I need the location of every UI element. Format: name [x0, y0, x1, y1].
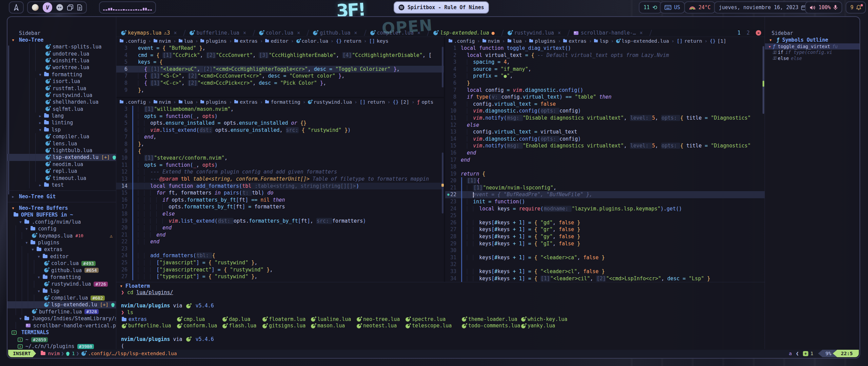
code-line-19[interactable]: 19 vim.list_extend(dst: opts.formatters_… — [116, 218, 444, 225]
code-line-27[interactable]: 27 keys[#keys + 1] = { "gr", false } — [445, 226, 765, 233]
code-line-3[interactable]: 3 [1]"williamboman/mason.nvim", — [116, 106, 444, 113]
editor-pane-color[interactable]: .config›nvim›lua›plugins›extras›editor›c… — [116, 37, 444, 97]
tree-item-smart-splits-lua[interactable]: smart-splits.lua — [7, 43, 116, 50]
code-line-15[interactable]: 15 vim.notify(msg: "Enabled diagnostics … — [445, 142, 765, 149]
code-line-29[interactable]: 29 keys[#keys + 1] = { "gI", false } — [445, 240, 765, 247]
terminal-line[interactable]: ❯ cd lua/plugins/ — [116, 289, 765, 296]
code-line-22[interactable]: 22◉ event = { "BufReadPre", "BufNewFile"… — [445, 191, 765, 198]
code-line-4[interactable]: 4 cmd = { [1]"CccPick", [2]"CccConvert",… — [116, 52, 444, 59]
code-line-20[interactable]: 20 end — [116, 224, 444, 231]
current-file[interactable]: .config/…/lsp/lsp-extended.lua — [81, 351, 177, 356]
code-line-26[interactable]: 26 keys[#keys + 1] = { "gd", false } — [445, 219, 765, 226]
project-indicator[interactable]: nvim — [41, 351, 60, 356]
code-line-16[interactable]: 16 if opts.formatters_by_ft[ft] == nil t… — [116, 197, 444, 204]
code-line-24[interactable]: 24 local keys = require(modname: "lazyvi… — [445, 205, 765, 212]
breadcrumb[interactable]: .config›nvim›lua›plugins›extras›formatti… — [116, 98, 444, 106]
symbols-outline-header[interactable]: ▾ ƒ Symbols Outline — [765, 36, 860, 43]
code-line-6[interactable]: 6 { [1]"<leader>uC", [2]"<cmd>CccHighlig… — [116, 66, 444, 73]
code-line-10[interactable]: 10 vim.diagnostic.config(opts: config) — [445, 107, 765, 115]
code-line-21[interactable]: 21 end — [116, 231, 444, 239]
code-line-25[interactable]: 25 ["javascript"] = { "rustywind" }, — [116, 259, 444, 266]
code-line-21[interactable]: 21 [1]"neovim/nvim-lspconfig", — [445, 184, 765, 191]
tree-item-rustywind-lua[interactable]: rustywind.lua#726 — [7, 281, 116, 287]
tree-item-shellharden-lua[interactable]: shellharden.lua — [7, 99, 116, 105]
code-line-6[interactable]: 6 } — [445, 80, 765, 87]
tab-close-icon[interactable]: × — [354, 30, 357, 36]
tree-item-color-lua[interactable]: color.lua#493 — [7, 260, 116, 267]
ls-entry[interactable]: mason.lua — [310, 323, 356, 329]
code-line-33[interactable]: 33 keys[#keys + 1] = { "<leader>cl", fal… — [445, 268, 765, 275]
updates-widget[interactable]: 11 ⟲ — [639, 1, 662, 14]
terminal-line[interactable]: ( — [116, 343, 765, 350]
code-line-8[interactable]: 8 }, — [116, 141, 444, 148]
neo-tree-section-header[interactable]: ▾ Neo-Tree — [7, 36, 116, 43]
tree-item-editor[interactable]: ▾editor — [7, 253, 116, 260]
breadcrumb[interactable]: .config›nvim›lua›plugins›extras›lsp›lsp-… — [445, 37, 765, 45]
tab-page-other[interactable]: 2 — [747, 30, 750, 36]
pane-scrollbar[interactable] — [442, 152, 443, 214]
code-line-14[interactable]: 14 local function add_formatters(tbl :ta… — [116, 183, 444, 190]
terminal-line[interactable]: nvim/lua/plugins via v5.4.6 — [116, 336, 765, 343]
code-line-9[interactable]: 9 { — [116, 148, 444, 155]
tab-close-icon[interactable]: × — [243, 30, 246, 36]
code-line-2[interactable]: 2 local virtual_text = { -- Default virt… — [445, 52, 765, 59]
neo-tree-git-section-header[interactable]: ▸ Neo-Tree Git — [7, 193, 116, 200]
ls-entry[interactable]: neotest.lua — [356, 323, 405, 329]
code-line-16[interactable]: 16 end — [445, 149, 765, 157]
code-line-17[interactable]: 17end — [445, 157, 765, 164]
tree-item-linting[interactable]: ▸linting — [7, 119, 116, 126]
tree-item-github-lua[interactable]: github.lua#654 — [7, 267, 116, 273]
terminal-item[interactable]: ❯~#2859 — [7, 336, 116, 343]
code-line-18[interactable]: 18 else — [116, 210, 444, 218]
tree-item-juegos-indies-steamlibrary-st[interactable]: ▾Juegos/Indies/SteamLibrary/st — [7, 315, 116, 322]
windows-workspace-icon[interactable] — [67, 4, 73, 11]
code-line-23[interactable]: 23 — [116, 245, 444, 252]
code-line-26[interactable]: 26 ["javascriptreact"] = { "rustywind" }… — [116, 266, 444, 273]
tree-item-lsp-extended-lu[interactable]: lsp-extended.lu[+] — [7, 154, 116, 161]
date-widget[interactable]: jueves, noviembre 16, 2023 — [714, 1, 811, 14]
tree-item-lens-lua[interactable]: lens.lua — [7, 140, 116, 147]
ls-entry[interactable]: gitsigns.lua — [262, 323, 310, 329]
tree-item-lsp[interactable]: ▾lsp — [7, 126, 116, 133]
neo-tree-buffers-section-header[interactable]: ▾ Neo-Tree Buffers — [7, 204, 116, 211]
tab-rustywind-lua[interactable]: rustywind.lua× — [503, 29, 566, 37]
ls-entry[interactable]: cmp.lua — [176, 316, 222, 323]
code-line-13[interactable]: 13 config.virtual_text = virtual_text — [445, 128, 765, 136]
tree-item-extras[interactable]: ▾extras — [7, 246, 116, 253]
code-line-13[interactable]: 13 ---@param tbl table<string, conform.F… — [116, 176, 444, 183]
code-line-28[interactable]: 28 keys[#keys + 1] = { "gy", false } — [445, 233, 765, 240]
symbol-item-if[interactable]: ⚿ifif type(config.vi — [765, 49, 860, 56]
ls-entry[interactable]: extras — [121, 316, 176, 323]
floaterm-panel[interactable]: ▾ Floaterm ❯ cd lua/plugins/nvim/lua/plu… — [116, 282, 765, 350]
code-line-31[interactable]: 31 keys[#keys + 1] = { "<leader>ca", fal… — [445, 254, 765, 261]
code-line-24[interactable]: 24 add_formatters(tbl: { — [116, 252, 444, 259]
terminal-item[interactable]: ❯~/.c/n/l/plugins#3980 — [7, 343, 116, 350]
pane-scrollbar[interactable] — [442, 47, 443, 87]
code-line-3[interactable]: 3 event = { "BufRead" }, — [116, 45, 444, 52]
code-line-11[interactable]: 11 vim.notify(msg: "Disable diagnostics … — [445, 115, 765, 122]
floaterm-header[interactable]: ▾ Floaterm — [116, 282, 765, 289]
code-line-12[interactable]: 12 --- Extend the conform plugin config … — [116, 168, 444, 176]
symbol-item-toggle_diag_virtext[interactable]: ▾ƒtoggle_diag_virtextfu — [765, 43, 860, 49]
code-line-7[interactable]: 7 end, — [116, 134, 444, 141]
tree-item-lang[interactable]: ▸lang — [7, 113, 116, 119]
code-line-25[interactable]: 25 — [445, 212, 765, 219]
code-line-32[interactable]: 32 — [445, 261, 765, 268]
terminals-section-header[interactable]: ❯ TERMINALS — [7, 329, 116, 336]
tree-item-compiler-lua[interactable]: compiler.lua#682 — [7, 294, 116, 301]
code-line-7[interactable]: 7 { [1]"<S-C>", [2]"<cmd>CccConvert<cr>"… — [116, 73, 444, 80]
browser-workspace-icon[interactable] — [32, 4, 39, 11]
tree-item-repl-lua[interactable]: repl.lua — [7, 168, 116, 175]
code-line-34[interactable]: 34 keys[#keys + 1] = { [1]"<leader>cil",… — [445, 275, 765, 282]
code-line-6[interactable]: 6 vim.list_extend(dst: opts.ensure_insta… — [116, 127, 444, 134]
tab-close-icon[interactable]: × — [297, 30, 300, 36]
tab-close-icon[interactable]: × — [174, 30, 177, 36]
code-line-14[interactable]: 14 vim.diagnostic.config(opts: config) — [445, 136, 765, 143]
tree-item-undotree-lua[interactable]: undotree.lua — [7, 50, 116, 57]
editor-pane-rustywind[interactable]: .config›nvim›lua›plugins›extras›formatti… — [116, 98, 444, 282]
code-line-15[interactable]: 15 for ft, formatters in pairs(t: tbl) d… — [116, 189, 444, 197]
code-line-9[interactable]: 9 config.virtual_text = false — [445, 101, 765, 108]
pane-scrollbar[interactable] — [763, 46, 764, 114]
code-line-10[interactable]: 10 [1]"stevearc/conform.nvim", — [116, 155, 444, 162]
close-all-icon[interactable]: × — [756, 30, 761, 36]
